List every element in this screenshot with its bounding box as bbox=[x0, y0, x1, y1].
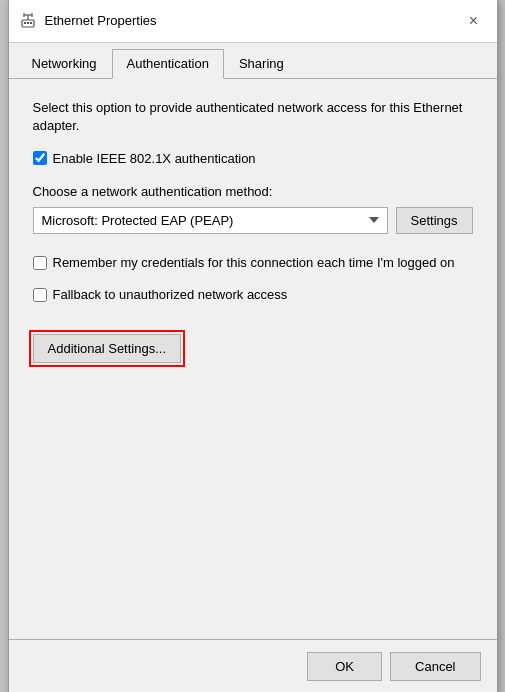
tab-authentication[interactable]: Authentication bbox=[112, 49, 224, 79]
tab-sharing[interactable]: Sharing bbox=[224, 49, 299, 78]
tab-content: Select this option to provide authentica… bbox=[9, 79, 497, 639]
remember-credentials-label[interactable]: Remember my credentials for this connect… bbox=[53, 254, 455, 272]
tabs-bar: Networking Authentication Sharing bbox=[9, 43, 497, 79]
enable-ieee-row: Enable IEEE 802.1X authentication bbox=[33, 151, 473, 166]
title-bar: Ethernet Properties × bbox=[9, 0, 497, 43]
fallback-label[interactable]: Fallback to unauthorized network access bbox=[53, 286, 288, 304]
ethernet-properties-window: Ethernet Properties × Networking Authent… bbox=[8, 0, 498, 692]
fallback-row: Fallback to unauthorized network access bbox=[33, 286, 473, 304]
cancel-button[interactable]: Cancel bbox=[390, 652, 480, 681]
remember-credentials-row: Remember my credentials for this connect… bbox=[33, 254, 473, 272]
fallback-checkbox[interactable] bbox=[33, 288, 47, 302]
window-title: Ethernet Properties bbox=[45, 13, 157, 28]
auth-method-select[interactable]: Microsoft: Protected EAP (PEAP) Microsof… bbox=[33, 207, 388, 234]
tab-networking[interactable]: Networking bbox=[17, 49, 112, 78]
description-text: Select this option to provide authentica… bbox=[33, 99, 473, 135]
title-bar-left: Ethernet Properties bbox=[19, 12, 157, 30]
additional-settings-button[interactable]: Additional Settings... bbox=[33, 334, 182, 363]
enable-ieee-checkbox[interactable] bbox=[33, 151, 47, 165]
svg-rect-2 bbox=[27, 22, 29, 24]
svg-rect-3 bbox=[30, 22, 32, 24]
remember-credentials-checkbox[interactable] bbox=[33, 256, 47, 270]
footer: OK Cancel bbox=[9, 639, 497, 693]
ok-button[interactable]: OK bbox=[307, 652, 382, 681]
method-settings-button[interactable]: Settings bbox=[396, 207, 473, 234]
auth-method-row: Microsoft: Protected EAP (PEAP) Microsof… bbox=[33, 207, 473, 234]
svg-rect-1 bbox=[24, 22, 26, 24]
close-button[interactable]: × bbox=[461, 8, 487, 34]
enable-ieee-label[interactable]: Enable IEEE 802.1X authentication bbox=[53, 151, 256, 166]
auth-method-label: Choose a network authentication method: bbox=[33, 184, 473, 199]
ethernet-icon bbox=[19, 12, 37, 30]
